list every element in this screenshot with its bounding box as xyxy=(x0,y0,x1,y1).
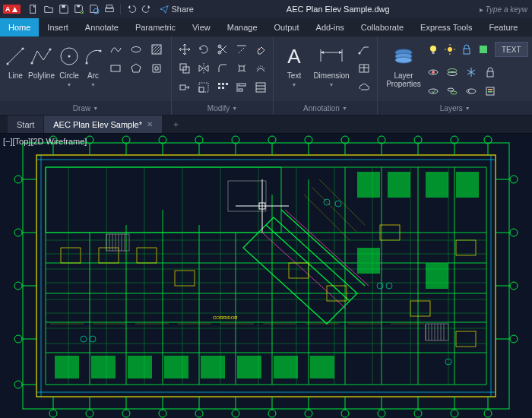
save-icon[interactable] xyxy=(57,2,71,16)
svg-point-53 xyxy=(395,57,412,63)
extend-icon[interactable] xyxy=(233,41,250,58)
layer-off-icon[interactable] xyxy=(425,64,442,81)
tab-manage[interactable]: Manage xyxy=(219,18,266,36)
trim-icon[interactable] xyxy=(214,41,231,58)
tab-feature[interactable]: Feature xyxy=(480,18,526,36)
document-title: AEC Plan Elev Sample.dwg xyxy=(197,5,480,14)
erase-icon[interactable] xyxy=(252,41,269,58)
region-icon[interactable] xyxy=(148,60,165,77)
svg-rect-39 xyxy=(239,89,242,91)
ellipse-icon[interactable] xyxy=(128,41,144,58)
tab-expresstools[interactable]: Express Tools xyxy=(412,18,480,36)
offset-icon[interactable] xyxy=(252,60,269,77)
layer-properties-button[interactable]: Layer Properties xyxy=(382,40,425,91)
svg-rect-136 xyxy=(456,172,479,198)
lock-icon[interactable] xyxy=(458,41,475,58)
doctab-start[interactable]: Start xyxy=(8,116,44,133)
svg-point-96 xyxy=(510,229,518,236)
rotate-icon[interactable] xyxy=(195,41,212,58)
svg-point-16 xyxy=(131,47,141,52)
layer-iso-icon[interactable] xyxy=(444,64,461,81)
new-tab-button[interactable]: ＋ xyxy=(163,116,190,133)
redo-icon[interactable] xyxy=(140,2,154,16)
mirror-icon[interactable] xyxy=(195,60,212,77)
copy-icon[interactable] xyxy=(176,60,193,77)
svg-line-23 xyxy=(239,47,245,53)
cloud-icon[interactable] xyxy=(356,79,372,96)
tab-annotate[interactable]: Annotate xyxy=(77,18,127,36)
polyline-button[interactable]: Polyline xyxy=(27,40,56,83)
fillet-icon[interactable] xyxy=(214,60,231,77)
explode-icon[interactable] xyxy=(233,60,250,77)
hatch-icon[interactable] xyxy=(148,41,165,58)
svg-point-94 xyxy=(510,176,518,183)
svg-rect-146 xyxy=(410,301,430,316)
move-icon[interactable] xyxy=(176,41,193,58)
layer-prev-icon[interactable] xyxy=(463,83,480,100)
svg-rect-131 xyxy=(274,356,298,378)
align-icon[interactable] xyxy=(233,79,250,96)
svg-marker-0 xyxy=(11,6,17,11)
svg-rect-1 xyxy=(30,5,35,14)
tab-insert[interactable]: Insert xyxy=(39,18,77,36)
plot-icon[interactable] xyxy=(103,2,116,16)
arc-button[interactable]: Arc▼ xyxy=(82,40,104,92)
layer-lock-icon[interactable] xyxy=(482,64,499,81)
layer-freeze-icon[interactable] xyxy=(463,64,480,81)
tab-collaborate[interactable]: Collaborate xyxy=(353,18,412,36)
spline-icon[interactable] xyxy=(107,41,124,58)
panel-draw-title[interactable]: Draw▼ xyxy=(0,101,171,115)
svg-point-9 xyxy=(22,48,24,50)
bulb-on-icon[interactable] xyxy=(425,41,442,58)
svg-rect-36 xyxy=(222,87,224,89)
stretch-icon[interactable] xyxy=(176,79,193,96)
line-button[interactable]: Line xyxy=(5,40,27,83)
panel-annotation-title[interactable]: Annotation▼ xyxy=(274,101,377,115)
svg-rect-126 xyxy=(91,356,116,378)
color-swatch-icon[interactable] xyxy=(475,41,492,58)
title-bar: A Share AEC Plan Elev Sample.dwg Type a … xyxy=(0,0,532,18)
svg-rect-30 xyxy=(199,87,204,92)
saveas-icon[interactable] xyxy=(72,2,86,16)
panel-layers-title[interactable]: Layers▼ xyxy=(378,101,532,115)
drawing-canvas[interactable]: [−][Top][2D Wireframe] xyxy=(0,134,532,418)
new-icon[interactable] xyxy=(27,2,40,16)
svg-rect-150 xyxy=(426,324,448,340)
svg-point-155 xyxy=(386,283,392,289)
sun-icon[interactable] xyxy=(442,41,458,58)
svg-rect-28 xyxy=(239,66,244,71)
polygon-icon[interactable] xyxy=(128,60,144,77)
text-button[interactable]: A Text▼ xyxy=(278,40,310,92)
svg-rect-135 xyxy=(426,172,448,198)
share-button[interactable]: Share xyxy=(160,5,194,14)
array-icon[interactable] xyxy=(214,79,231,96)
tab-parametric[interactable]: Parametric xyxy=(127,18,184,36)
doctab-sample[interactable]: AEC Plan Elev Sample* ✕ xyxy=(44,116,163,133)
tab-home[interactable]: Home xyxy=(0,18,39,36)
svg-rect-3 xyxy=(77,5,80,8)
tab-addins[interactable]: Add-ins xyxy=(308,18,353,36)
modify-tools xyxy=(176,40,269,96)
layer-match-icon[interactable] xyxy=(444,83,461,100)
properties-icon[interactable] xyxy=(252,79,269,96)
close-icon[interactable]: ✕ xyxy=(147,120,153,128)
scale-icon[interactable] xyxy=(195,79,212,96)
table-icon[interactable] xyxy=(356,60,372,77)
dimension-button[interactable]: Dimension▼ xyxy=(310,40,353,92)
panel-modify-title[interactable]: Modify▼ xyxy=(172,101,273,115)
web-save-icon[interactable] xyxy=(87,2,101,16)
open-icon[interactable] xyxy=(42,2,55,16)
rectangle-icon[interactable] xyxy=(107,60,124,77)
tab-output[interactable]: Output xyxy=(266,18,308,36)
circle-button[interactable]: Circle▼ xyxy=(56,40,82,92)
search-input[interactable]: Type a keyw xyxy=(480,5,532,14)
layer-state-icon[interactable] xyxy=(482,83,499,100)
viewport-label[interactable]: [−][Top][2D Wireframe] xyxy=(3,137,87,146)
svg-point-86 xyxy=(14,229,22,236)
svg-point-98 xyxy=(510,282,518,290)
layer-make-icon[interactable] xyxy=(425,83,442,100)
leader-icon[interactable] xyxy=(356,41,372,58)
layer-text-button[interactable]: TEXT xyxy=(495,42,528,57)
tab-view[interactable]: View xyxy=(184,18,219,36)
undo-icon[interactable] xyxy=(125,2,138,16)
